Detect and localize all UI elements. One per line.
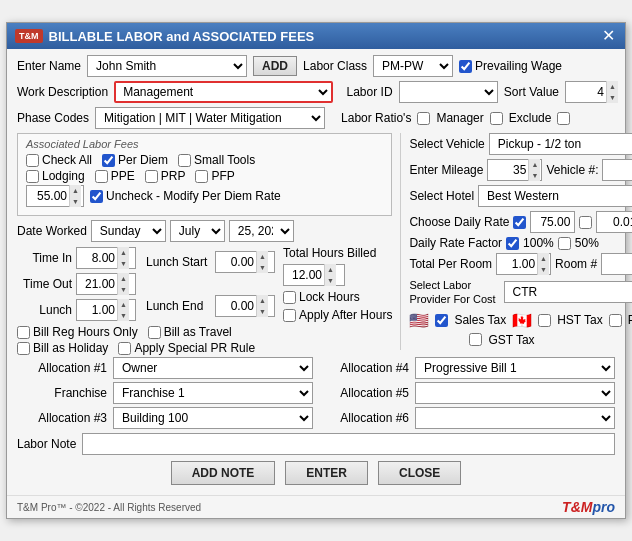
add-button[interactable]: ADD: [253, 56, 297, 76]
lunch-spin[interactable]: 1.00 ▲ ▼: [76, 299, 136, 321]
exclude-checkbox[interactable]: [557, 112, 570, 125]
lunch-down[interactable]: ▼: [117, 310, 129, 321]
sales-tax-checkbox[interactable]: [435, 314, 448, 327]
apply-after-hours-checkbox[interactable]: [283, 309, 296, 322]
lunch-end-spin[interactable]: 0.00 ▲ ▼: [215, 295, 275, 317]
hst-tax-checkbox[interactable]: [538, 314, 551, 327]
window-close-button[interactable]: ✕: [600, 28, 617, 44]
title-bar: T&M BILLABLE LABOR and ASSOCIATED FEES ✕: [7, 23, 625, 49]
labor-note-input[interactable]: [82, 433, 615, 455]
lunch-start-input[interactable]: 0.00: [216, 252, 256, 272]
fees-row2: Lodging PPE PRP PFP: [26, 169, 383, 183]
phase-codes-select[interactable]: Mitigation | MIT | Water Mitigation: [95, 107, 325, 129]
manager-checkbox[interactable]: [490, 112, 503, 125]
prp-checkbox[interactable]: [145, 170, 158, 183]
total-per-room-label: Total Per Room: [409, 257, 492, 271]
labor-class-select[interactable]: PM-PW: [373, 55, 453, 77]
gst-tax-checkbox[interactable]: [469, 333, 482, 346]
pst-tax-checkbox[interactable]: [609, 314, 622, 327]
per-diem-value-input[interactable]: 55.00: [27, 186, 69, 206]
total-per-room-down[interactable]: ▼: [537, 264, 549, 275]
date-select[interactable]: 25, 2021: [229, 220, 294, 242]
uncheck-per-diem-label: Uncheck - Modify Per Diem Rate: [106, 189, 281, 203]
labor-ratios-checkbox[interactable]: [417, 112, 430, 125]
alloc1-select[interactable]: Owner: [113, 357, 313, 379]
lunch-end-input[interactable]: 0.00: [216, 296, 256, 316]
daily-factor-check1[interactable]: [506, 237, 519, 250]
day-select[interactable]: Sunday: [91, 220, 166, 242]
time-in-up[interactable]: ▲: [117, 247, 129, 258]
lodging-checkbox[interactable]: [26, 170, 39, 183]
franchise-select[interactable]: Franchise 1: [113, 382, 313, 404]
per-diem-val-spin[interactable]: 55.00 ▲ ▼: [26, 185, 84, 207]
time-in-input[interactable]: 8.00: [77, 248, 117, 268]
mileage-input[interactable]: 35: [488, 160, 528, 180]
time-in-down[interactable]: ▼: [117, 258, 129, 269]
close-button[interactable]: CLOSE: [378, 461, 461, 485]
total-down[interactable]: ▼: [324, 275, 336, 286]
vehicle-select[interactable]: Pickup - 1/2 ton: [489, 133, 632, 155]
alloc4-select[interactable]: Progressive Bill 1: [415, 357, 615, 379]
total-up[interactable]: ▲: [324, 264, 336, 275]
time-out-input[interactable]: 21.00: [77, 274, 117, 294]
sort-up-arrow[interactable]: ▲: [606, 81, 618, 92]
lunch-start-down[interactable]: ▼: [256, 262, 268, 273]
pfp-checkbox[interactable]: [195, 170, 208, 183]
per-diem-up[interactable]: ▲: [69, 185, 81, 196]
mileage-up[interactable]: ▲: [528, 159, 540, 170]
lunch-end-up[interactable]: ▲: [256, 295, 268, 306]
per-diem-checkbox[interactable]: [102, 154, 115, 167]
sort-value-input[interactable]: 4: [566, 82, 606, 102]
time-out-down[interactable]: ▼: [117, 284, 129, 295]
time-out-spin[interactable]: 21.00 ▲ ▼: [76, 273, 136, 295]
daily-rate-input1[interactable]: 75.00: [530, 211, 575, 233]
per-diem-down[interactable]: ▼: [69, 196, 81, 207]
labor-id-select[interactable]: [399, 81, 498, 103]
lock-hours-checkbox[interactable]: [283, 291, 296, 304]
alloc5-select[interactable]: [415, 382, 615, 404]
total-per-room-spin[interactable]: 1.00 ▲ ▼: [496, 253, 551, 275]
apply-special-pr-checkbox[interactable]: [118, 342, 131, 355]
time-out-up[interactable]: ▲: [117, 273, 129, 284]
sort-down-arrow[interactable]: ▼: [606, 92, 618, 103]
work-description-select[interactable]: Management: [114, 81, 332, 103]
uncheck-per-diem-checkbox[interactable]: [90, 190, 103, 203]
enter-name-select[interactable]: John Smith: [87, 55, 247, 77]
small-tools-checkbox[interactable]: [178, 154, 191, 167]
mileage-down[interactable]: ▼: [528, 170, 540, 181]
footer: T&M Pro™ - ©2022 - All Rights Reserved T…: [7, 495, 625, 518]
vehicle-num-input[interactable]: [602, 159, 632, 181]
sort-value-spin[interactable]: 4 ▲ ▼: [565, 81, 615, 103]
lunch-input[interactable]: 1.00: [77, 300, 117, 320]
lunch-end-down[interactable]: ▼: [256, 306, 268, 317]
time-in-spin[interactable]: 8.00 ▲ ▼: [76, 247, 136, 269]
hotel-select[interactable]: Best Western: [478, 185, 632, 207]
bill-as-travel-checkbox[interactable]: [148, 326, 161, 339]
enter-button[interactable]: ENTER: [285, 461, 368, 485]
total-per-room-up[interactable]: ▲: [537, 253, 549, 264]
check-all-checkbox[interactable]: [26, 154, 39, 167]
daily-factor-check2[interactable]: [558, 237, 571, 250]
daily-rate-check2[interactable]: [579, 216, 592, 229]
prevailing-wage-checkbox[interactable]: [459, 60, 472, 73]
total-per-room-input[interactable]: 1.00: [497, 254, 537, 274]
mileage-spin[interactable]: 35 ▲ ▼: [487, 159, 542, 181]
total-hours-input[interactable]: 12.00: [284, 265, 324, 285]
month-select[interactable]: July: [170, 220, 225, 242]
apply-special-pr-label: Apply Special PR Rule: [134, 341, 255, 355]
bill-as-holiday-checkbox[interactable]: [17, 342, 30, 355]
total-hours-spin[interactable]: 12.00 ▲ ▼: [283, 264, 345, 286]
labor-provider-select[interactable]: CTR: [504, 281, 632, 303]
lunch-start-spin[interactable]: 0.00 ▲ ▼: [215, 251, 275, 273]
daily-rate-check1[interactable]: [513, 216, 526, 229]
bill-reg-hours-checkbox[interactable]: [17, 326, 30, 339]
lunch-start-up[interactable]: ▲: [256, 251, 268, 262]
add-note-button[interactable]: ADD NOTE: [171, 461, 276, 485]
alloc6-select[interactable]: [415, 407, 615, 429]
ppe-checkbox[interactable]: [95, 170, 108, 183]
room-num-input[interactable]: [601, 253, 632, 275]
lunch-up[interactable]: ▲: [117, 299, 129, 310]
daily-rate-input2[interactable]: 0.01: [596, 211, 632, 233]
alloc3-select[interactable]: Building 100: [113, 407, 313, 429]
lodging-label: Lodging: [42, 169, 85, 183]
